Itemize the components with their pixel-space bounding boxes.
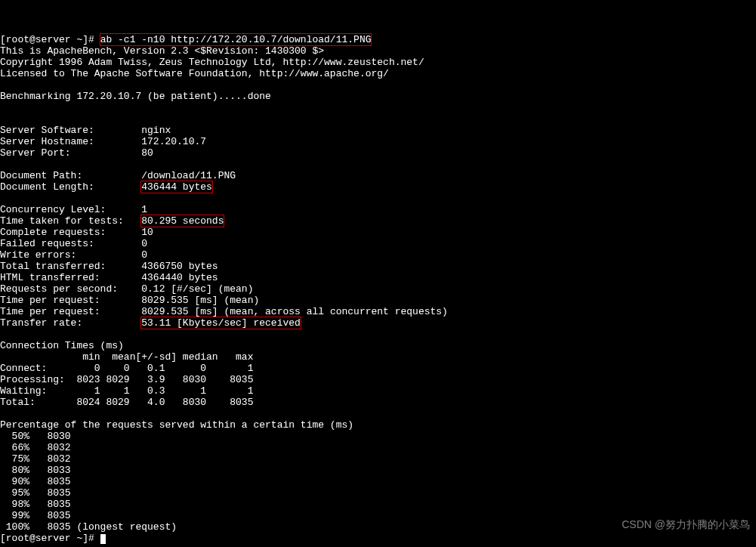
server-port-key: Server Port: [0,147,141,159]
header-line-2: Licensed to The Apache Software Foundati… [0,68,389,79]
requests-per-second-key: Requests per second: [0,283,141,295]
server-software-key: Server Software: [0,125,141,136]
percentage-row-8: 100% 8035 (longest request) [0,521,177,533]
failed-requests-key: Failed requests: [0,238,141,249]
server-hostname-value: 172.20.10.7 [141,136,206,147]
percentage-row-0: 50% 8030 [0,431,71,442]
server-port-value: 80 [141,147,153,159]
html-transferred-value: 4364440 bytes [141,272,218,283]
percentage-row-7: 99% 8035 [0,510,71,521]
document-path-key: Document Path: [0,170,141,181]
percentage-row-1: 66% 8032 [0,442,71,453]
percentage-row-3: 80% 8033 [0,465,71,476]
transfer-rate-value: 53.11 [Kbytes/sec] received [141,317,301,329]
write-errors-value: 0 [141,249,147,261]
server-software-value: nginx [141,125,171,136]
html-transferred-key: HTML transferred: [0,272,141,283]
connection-times-title: Connection Times (ms) [0,340,124,351]
header-line-1: Copyright 1996 Adam Twiss, Zeus Technolo… [0,57,424,68]
connection-row-0: Connect: 0 0 0.1 0 1 [0,363,253,374]
requests-per-second-value: 0.12 [#/sec] (mean) [141,283,253,295]
total-transferred-key: Total transferred: [0,261,141,272]
shell-prompt[interactable]: [root@server ~]# [0,34,100,45]
connection-row-1: Processing: 8023 8029 3.9 8030 8035 [0,374,253,385]
failed-requests-value: 0 [141,238,147,249]
transfer-rate-highlight: 53.11 [Kbytes/sec] received [140,317,301,329]
time-taken-highlight: 80.295 seconds [140,215,224,227]
time-per-request-all-key: Time per request: [0,306,141,317]
concurrency-level-key: Concurrency Level: [0,204,141,215]
write-errors-key: Write errors: [0,249,141,261]
watermark-text: CSDN @努力扑腾的小菜鸟 [622,519,750,530]
shell-prompt-2[interactable]: [root@server ~]# [0,533,100,544]
cursor-icon [100,534,106,544]
percentage-title: Percentage of the requests served within… [0,419,353,431]
time-taken-value: 80.295 seconds [141,215,224,227]
command-highlight: ab -c1 -n10 http://172.20.10.7/download/… [100,33,372,46]
time-per-request-value: 8029.535 [ms] (mean) [141,295,259,306]
time-per-request-key: Time per request: [0,295,141,306]
time-per-request-all-value: 8029.535 [ms] (mean, across all concurre… [141,306,448,317]
connection-times-header: min mean[+/-sd] median max [0,351,253,363]
document-length-key: Document Length: [0,181,141,193]
percentage-row-4: 90% 8035 [0,476,71,487]
server-hostname-key: Server Hostname: [0,136,141,147]
concurrency-level-value: 1 [141,204,147,215]
command-text: ab -c1 -n10 http://172.20.10.7/download/… [100,34,372,45]
percentage-row-2: 75% 8032 [0,453,71,465]
complete-requests-value: 10 [141,227,153,238]
transfer-rate-key: Transfer rate: [0,317,141,329]
complete-requests-key: Complete requests: [0,227,141,238]
document-path-value: /download/11.PNG [141,170,236,181]
connection-row-2: Waiting: 1 1 0.3 1 1 [0,385,253,397]
total-transferred-value: 4366750 bytes [141,261,218,272]
document-length-highlight: 436444 bytes [140,181,213,193]
time-taken-key: Time taken for tests: [0,215,141,227]
percentage-row-6: 98% 8035 [0,499,71,510]
header-line-0: This is ApacheBench, Version 2.3 <$Revis… [0,45,324,57]
percentage-row-5: 95% 8035 [0,487,71,499]
document-length-value: 436444 bytes [141,181,212,193]
connection-row-3: Total: 8024 8029 4.0 8030 8035 [0,397,253,408]
benchmarking-line: Benchmarking 172.20.10.7 (be patient)...… [0,91,271,102]
